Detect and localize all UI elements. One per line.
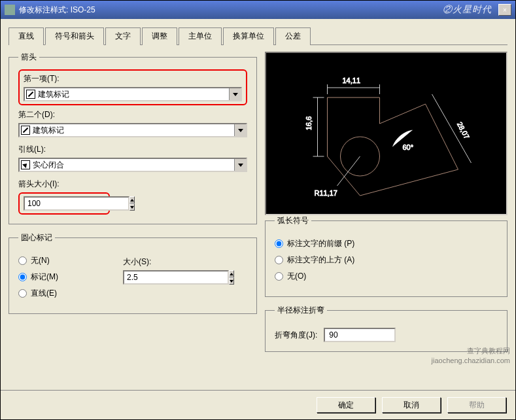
tab-bar: 直线 符号和箭头 文字 调整 主单位 换算单位 公差 bbox=[9, 27, 507, 45]
tab-fit[interactable]: 调整 bbox=[142, 27, 177, 45]
tab-alt-units[interactable]: 换算单位 bbox=[223, 27, 274, 45]
arrow-size-spinner[interactable] bbox=[24, 196, 86, 211]
jog-group: 半径标注折弯 折弯角度(J): bbox=[265, 305, 507, 352]
arrow-size-label: 箭头大小(I): bbox=[18, 179, 247, 190]
second-arrow-label: 第二个(D): bbox=[18, 109, 247, 120]
svg-text:14,11: 14,11 bbox=[343, 77, 361, 84]
dialog-button-bar: 确定 取消 帮助 bbox=[1, 390, 515, 419]
center-line-label: 直线(E) bbox=[31, 288, 57, 299]
arc-none-label: 无(O) bbox=[287, 271, 306, 282]
center-none-label: 无(N) bbox=[31, 255, 50, 266]
svg-text:16,6: 16,6 bbox=[305, 116, 313, 130]
arc-preceding-radio[interactable] bbox=[275, 239, 283, 248]
arc-symbol-legend: 弧长符号 bbox=[275, 215, 311, 226]
arrowheads-legend: 箭头 bbox=[18, 52, 39, 63]
center-mark-radio[interactable] bbox=[18, 273, 27, 281]
center-line-radio[interactable] bbox=[18, 289, 27, 298]
titlebar: 修改标注样式: ISO-25 ②火星时代 × bbox=[1, 1, 515, 19]
tab-tolerances[interactable]: 公差 bbox=[275, 27, 311, 45]
tab-lines[interactable]: 直线 bbox=[9, 27, 44, 45]
center-mark-label: 标记(M) bbox=[31, 271, 58, 283]
leader-arrow-label: 引线(L): bbox=[18, 144, 247, 155]
dimension-preview: 14,11 16,6 28,07 60° R11,17 bbox=[265, 52, 507, 215]
close-button[interactable]: × bbox=[498, 4, 511, 16]
arch-tick-icon bbox=[26, 90, 35, 99]
arc-symbol-group: 弧长符号 标注文字的前缀 (P) 标注文字的上方 (A) 无(O) bbox=[265, 215, 507, 297]
arrow-size-input[interactable] bbox=[24, 196, 129, 211]
tab-text[interactable]: 文字 bbox=[105, 27, 141, 45]
svg-text:R11,17: R11,17 bbox=[315, 189, 337, 197]
center-marks-group: 圆心标记 无(N) 标记(M) bbox=[9, 232, 257, 314]
chevron-down-icon bbox=[234, 159, 246, 171]
corner-watermark: 查字典教程网 jiaocheng.chazidian.com bbox=[432, 346, 510, 365]
arch-tick-icon bbox=[21, 126, 30, 135]
app-icon bbox=[5, 5, 15, 15]
center-size-spinner[interactable] bbox=[123, 270, 185, 285]
titlebar-watermark: ②火星时代 bbox=[443, 4, 496, 16]
arrow-size-highlight bbox=[18, 192, 110, 215]
dialog-window: 修改标注样式: ISO-25 ②火星时代 × 直线 符号和箭头 文字 调整 主单… bbox=[0, 0, 516, 420]
solid-arrow-icon bbox=[21, 160, 30, 169]
arrowheads-group: 箭头 第一项(T): 建筑标记 第二个(D): 建筑标记 bbox=[9, 52, 257, 224]
leader-arrow-dropdown[interactable]: 实心闭合 bbox=[18, 158, 247, 172]
svg-text:28,07: 28,07 bbox=[456, 120, 472, 140]
chevron-down-icon bbox=[229, 88, 241, 100]
first-arrow-label: 第一项(T): bbox=[24, 73, 242, 84]
center-size-label: 大小(S): bbox=[123, 256, 185, 268]
first-arrow-dropdown[interactable]: 建筑标记 bbox=[24, 87, 242, 101]
spinner-down-icon[interactable] bbox=[129, 203, 135, 211]
arc-preceding-label: 标注文字的前缀 (P) bbox=[287, 238, 354, 249]
jog-angle-label: 折弯角度(J): bbox=[275, 330, 317, 341]
ok-button[interactable]: 确定 bbox=[317, 397, 375, 413]
spinner-up-icon[interactable] bbox=[229, 270, 234, 277]
jog-angle-input[interactable] bbox=[324, 328, 396, 342]
cancel-button[interactable]: 取消 bbox=[382, 397, 441, 413]
spinner-up-icon[interactable] bbox=[129, 196, 135, 203]
second-arrow-dropdown[interactable]: 建筑标记 bbox=[18, 123, 247, 137]
svg-text:60°: 60° bbox=[403, 143, 414, 151]
window-title: 修改标注样式: ISO-25 bbox=[19, 5, 95, 16]
arc-above-radio[interactable] bbox=[275, 256, 283, 264]
tab-primary-units[interactable]: 主单位 bbox=[179, 27, 222, 45]
first-arrow-highlight: 第一项(T): 建筑标记 bbox=[18, 69, 247, 105]
center-size-input[interactable] bbox=[123, 270, 229, 285]
arc-above-label: 标注文字的上方 (A) bbox=[287, 254, 354, 266]
arc-none-radio[interactable] bbox=[275, 272, 283, 281]
center-none-radio[interactable] bbox=[18, 256, 27, 265]
jog-legend: 半径标注折弯 bbox=[275, 305, 327, 316]
tab-symbols-arrows[interactable]: 符号和箭头 bbox=[45, 27, 104, 45]
help-button[interactable]: 帮助 bbox=[447, 397, 506, 413]
spinner-down-icon[interactable] bbox=[229, 277, 234, 285]
chevron-down-icon bbox=[234, 124, 246, 136]
center-marks-legend: 圆心标记 bbox=[18, 232, 55, 243]
